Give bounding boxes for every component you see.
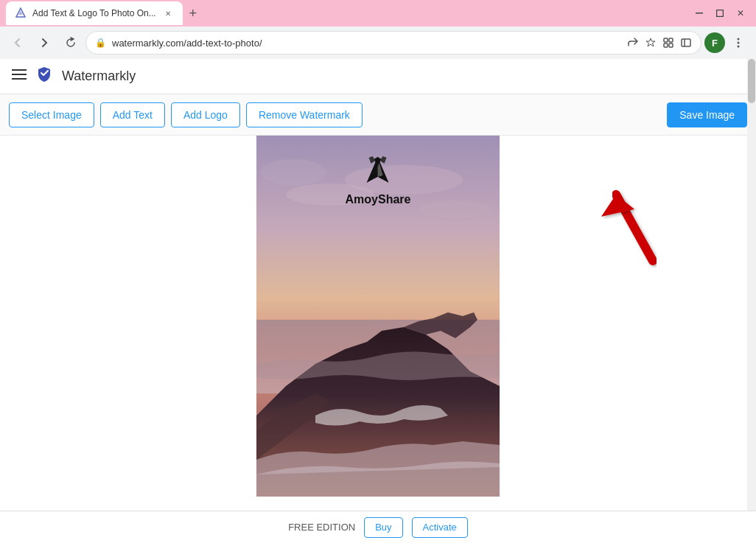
extensions-icon[interactable] — [662, 37, 674, 49]
nav-right-icons: F — [704, 31, 750, 55]
red-arrow-svg — [594, 180, 682, 268]
remove-watermark-button[interactable]: Remove Watermark — [246, 102, 363, 127]
url-text: watermarkly.com/add-text-to-photo/ — [112, 38, 621, 49]
maximize-button[interactable] — [710, 4, 729, 23]
arrow-indicator — [594, 180, 682, 271]
profile-button[interactable]: F — [704, 32, 725, 53]
buy-button[interactable]: Buy — [364, 517, 402, 538]
edition-label: FREE EDITION — [288, 522, 355, 533]
tab-close-button[interactable]: ✕ — [162, 7, 174, 19]
toolbar: Select Image Add Text Add Logo Remove Wa… — [0, 94, 756, 136]
amoyshare-logo-icon — [360, 153, 396, 190]
watermark-overlay: AmoyShare — [346, 153, 411, 206]
tab-bar: Add Text & Logo To Photo On... ✕ + — [6, 0, 687, 27]
menu-button[interactable] — [727, 31, 750, 55]
save-image-button[interactable]: Save Image — [667, 102, 747, 127]
svg-rect-1 — [717, 10, 724, 17]
select-image-button[interactable]: Select Image — [9, 102, 94, 127]
svg-point-8 — [738, 38, 740, 41]
svg-rect-0 — [696, 13, 703, 14]
close-button[interactable]: ✕ — [731, 4, 750, 23]
svg-point-18 — [260, 159, 326, 186]
app-logo-icon — [35, 66, 53, 88]
activate-button[interactable]: Activate — [412, 517, 468, 538]
active-tab[interactable]: Add Text & Logo To Photo On... ✕ — [6, 1, 183, 25]
svg-rect-3 — [669, 38, 673, 42]
content-area: AmoyShare — [0, 136, 756, 511]
svg-rect-5 — [669, 43, 673, 47]
svg-rect-2 — [664, 38, 668, 42]
hamburger-menu[interactable] — [12, 69, 27, 84]
svg-point-10 — [738, 46, 740, 48]
tab-favicon — [15, 7, 27, 19]
forward-button[interactable] — [32, 31, 56, 55]
refresh-button[interactable] — [59, 31, 83, 55]
new-tab-button[interactable]: + — [183, 3, 203, 24]
svg-rect-6 — [682, 39, 690, 46]
bottom-bar: FREE EDITION Buy Activate — [0, 511, 756, 543]
image-canvas: AmoyShare — [256, 136, 500, 497]
scrollbar[interactable] — [747, 59, 756, 511]
brand-watermark-text: AmoyShare — [346, 193, 411, 206]
add-logo-button[interactable]: Add Logo — [171, 102, 240, 127]
back-button[interactable] — [6, 31, 29, 55]
coastal-photo: AmoyShare — [256, 136, 500, 497]
window-controls: ✕ — [690, 4, 750, 23]
app-header: Watermarkly — [0, 59, 756, 94]
share-icon — [627, 37, 639, 49]
app-name-label: Watermarkly — [62, 69, 136, 84]
minimize-button[interactable] — [690, 4, 709, 23]
svg-rect-4 — [664, 43, 668, 47]
tab-title: Add Text & Logo To Photo On... — [32, 8, 156, 18]
navigation-bar: 🔒 watermarkly.com/add-text-to-photo/ F — [0, 27, 756, 59]
scrollbar-thumb[interactable] — [748, 59, 755, 103]
address-bar[interactable]: 🔒 watermarkly.com/add-text-to-photo/ — [85, 31, 701, 55]
svg-point-9 — [738, 42, 740, 44]
star-icon[interactable] — [645, 37, 657, 49]
sidebar-toggle-icon[interactable] — [680, 37, 692, 49]
title-bar: Add Text & Logo To Photo On... ✕ + ✕ — [0, 0, 756, 27]
svg-point-17 — [419, 200, 492, 218]
add-text-button[interactable]: Add Text — [100, 102, 165, 127]
lock-icon: 🔒 — [95, 38, 106, 48]
